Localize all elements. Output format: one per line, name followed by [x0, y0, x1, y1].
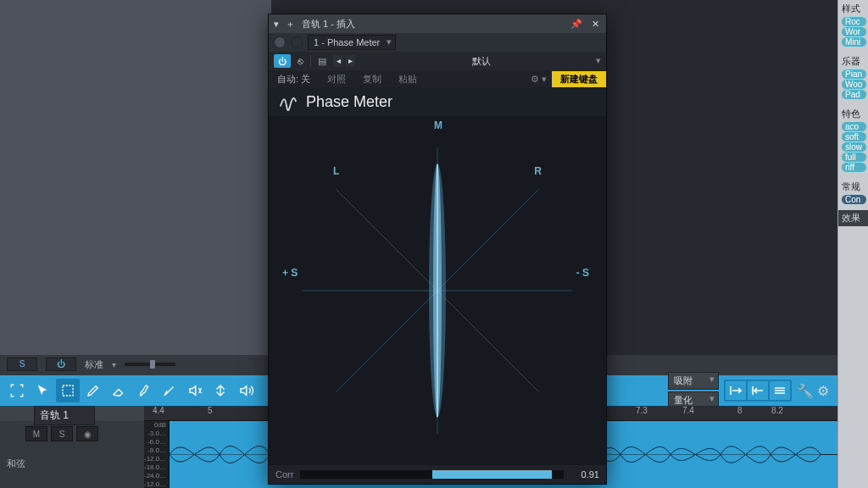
axis-m: M — [434, 119, 442, 131]
next-preset[interactable]: ▸ — [345, 55, 355, 67]
tag[interactable]: Pad — [842, 90, 866, 99]
listen-tool[interactable] — [234, 379, 258, 402]
brush-tool[interactable] — [132, 379, 156, 402]
sidechain-icon[interactable]: ⎋ — [298, 56, 303, 66]
marquee-tool[interactable] — [56, 379, 80, 402]
snap-select[interactable]: 吸附 — [668, 372, 719, 390]
phase-scope: M L R + S - S — [269, 116, 606, 465]
effects-heading: 效果 — [838, 210, 868, 226]
preset-name[interactable]: 默认 — [362, 55, 601, 68]
align-start-icon[interactable] — [726, 381, 746, 400]
corr-value: 0.91 — [570, 469, 599, 480]
tag[interactable]: Roc — [842, 17, 866, 26]
close-icon[interactable]: ✕ — [589, 18, 601, 30]
axis-l: L — [333, 165, 339, 177]
solo-button[interactable]: S — [51, 426, 73, 441]
tag[interactable]: Mini — [842, 37, 866, 47]
eraser-tool[interactable] — [107, 379, 131, 402]
slot-icon-b[interactable] — [291, 36, 303, 48]
tick: 8.2 — [771, 406, 783, 415]
track-header[interactable]: 音轨 1 M S ◉ — [0, 421, 144, 488]
tick: 5 — [208, 406, 213, 415]
mute-tool[interactable] — [183, 379, 207, 402]
presonus-logo-icon — [279, 92, 298, 111]
tag[interactable]: soft — [842, 132, 866, 141]
mini-slider[interactable] — [125, 363, 175, 366]
slot-select[interactable]: 1 - Phase Meter — [308, 35, 396, 50]
compare-button[interactable]: 对照 — [319, 73, 354, 86]
copy-button[interactable]: 复制 — [354, 73, 390, 86]
corr-label: Corr — [275, 469, 293, 480]
tick: 7.3 — [636, 406, 648, 415]
correlation-bar: Corr 0.91 — [269, 465, 606, 484]
chord-label: 和弦 — [7, 458, 25, 470]
align-end-icon[interactable] — [748, 381, 768, 400]
corr-meter — [300, 470, 564, 479]
align-menu-icon[interactable] — [770, 381, 790, 400]
arrow-tool[interactable] — [31, 379, 54, 402]
tick: 7.4 — [682, 406, 694, 415]
browser-sidebar[interactable]: 样式 Roc Wor Mini 乐器 Pian Woo Pad 特色 aco s… — [837, 0, 868, 488]
feat-heading: 特色 — [842, 108, 866, 120]
svg-rect-0 — [63, 385, 73, 396]
track-name[interactable]: 音轨 1 — [34, 406, 95, 425]
auto-label: 自动: — [277, 74, 298, 84]
record-button[interactable]: ◉ — [76, 426, 98, 441]
db-scale: 0dB-3.0…-6.0…-9.0…-12.0…-18.0…-24.0…-12.… — [144, 421, 170, 488]
knife-tool[interactable] — [158, 379, 181, 402]
gen-heading: 常规 — [842, 180, 866, 193]
chevron-down-icon[interactable]: ▾ — [274, 19, 279, 30]
plugin-preset-row: ⏻ ⎋ ▤ ◂ ▸ 默认 — [269, 52, 606, 70]
tag[interactable]: Con — [842, 195, 866, 204]
settings-icon[interactable]: ⚙ — [817, 383, 829, 399]
tag[interactable]: Pian — [842, 69, 866, 79]
tag[interactable]: aco — [842, 122, 866, 131]
plugin-title: 音轨 1 - 插入 — [302, 18, 355, 30]
plugin-titlebar[interactable]: ▾ ＋ 音轨 1 - 插入 📌 ✕ — [269, 14, 606, 33]
prev-preset[interactable]: ◂ — [333, 55, 343, 67]
axis-r: R — [534, 165, 542, 177]
align-group — [724, 380, 792, 402]
plugin-slot-row: 1 - Phase Meter — [269, 33, 606, 52]
plugin-header: Phase Meter — [269, 87, 606, 116]
solo-mini[interactable]: S — [7, 358, 37, 371]
instr-heading: 乐器 — [842, 55, 866, 68]
tool-right: 吸附 量化 🔧 ⚙ — [668, 375, 829, 406]
plugin-window[interactable]: ▾ ＋ 音轨 1 - 插入 📌 ✕ 1 - Phase Meter ⏻ ⎋ ▤ … — [268, 14, 607, 485]
paste-button[interactable]: 粘贴 — [390, 73, 426, 86]
power-mini[interactable]: ⏻ — [46, 358, 76, 371]
pencil-tool[interactable] — [81, 379, 105, 402]
auto-value[interactable]: 关 — [301, 74, 310, 84]
pin-icon[interactable]: 📌 — [570, 18, 582, 30]
tick: 8 — [737, 406, 743, 415]
new-keyboard-button[interactable]: 新建键盘 — [552, 71, 606, 87]
plugin-name: Phase Meter — [306, 93, 392, 111]
std-label: 标准 — [85, 358, 103, 371]
gear-icon[interactable]: ⚙ ▾ — [426, 74, 552, 85]
tag[interactable]: riff — [842, 163, 866, 172]
plugin-action-row: 自动: 关 对照 复制 粘贴 ⚙ ▾ 新建键盘 — [269, 70, 606, 87]
tick: 4.4 — [153, 406, 164, 415]
add-icon[interactable]: ＋ — [286, 18, 295, 30]
left-pane — [0, 0, 271, 355]
tag[interactable]: Wor — [842, 27, 866, 36]
power-icon[interactable]: ⏻ — [274, 54, 291, 68]
style-heading: 样式 — [842, 3, 866, 15]
axis-plus-s: + S — [282, 267, 298, 279]
tag[interactable]: slow — [842, 142, 866, 152]
tag[interactable]: Woo — [842, 80, 866, 89]
wrench-icon[interactable]: 🔧 — [797, 383, 814, 399]
mute-button[interactable]: M — [25, 426, 47, 441]
preset-list-icon[interactable]: ▤ — [318, 56, 326, 67]
slot-icon-a[interactable] — [274, 36, 286, 48]
tool-frame[interactable] — [5, 379, 29, 402]
gain-tool[interactable] — [209, 379, 232, 402]
tag[interactable]: full — [842, 152, 866, 162]
axis-minus-s: - S — [576, 267, 589, 279]
